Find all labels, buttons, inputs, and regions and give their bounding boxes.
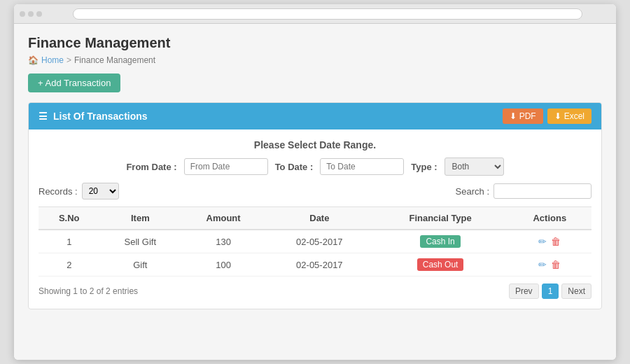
page-1-button[interactable]: 1	[542, 284, 559, 299]
browser-window: Finance Management 🏠 Home > Finance Mana…	[14, 4, 616, 360]
edit-icon[interactable]: ✏	[538, 236, 547, 247]
page-title: Finance Management	[28, 35, 602, 51]
col-sno: S.No	[38, 207, 100, 230]
excel-label: Excel	[564, 111, 584, 121]
pdf-label: PDF	[519, 111, 536, 121]
type-select[interactable]: Both Cash In Cash Out	[444, 158, 504, 176]
breadcrumb-separator: >	[66, 55, 71, 65]
cell-amount: 100	[181, 253, 266, 276]
pagination: Prev 1 Next	[509, 284, 592, 299]
records-label: Records :	[38, 186, 78, 197]
cell-sno: 1	[38, 230, 100, 253]
table-row: 2 Gift 100 02-05-2017 Cash Out ✏ 🗑	[38, 253, 592, 276]
breadcrumb-current: Finance Management	[74, 55, 155, 65]
edit-icon[interactable]: ✏	[538, 259, 547, 270]
col-financial-type: Financial Type	[373, 207, 508, 230]
card-header-left: ☰ List Of Transactions	[38, 111, 148, 122]
search-input[interactable]	[493, 183, 592, 199]
transactions-table: S.No Item Amount Date Financial Type Act…	[38, 206, 592, 276]
cell-item: Gift	[100, 253, 181, 276]
card-header: ☰ List Of Transactions ⬇ PDF ⬇ Excel	[29, 103, 601, 130]
next-button[interactable]: Next	[561, 284, 592, 299]
cell-date: 02-05-2017	[266, 230, 373, 253]
address-bar[interactable]	[73, 8, 582, 20]
col-item: Item	[100, 207, 181, 230]
cell-actions: ✏ 🗑	[508, 253, 592, 276]
breadcrumb: 🏠 Home > Finance Management	[28, 55, 602, 65]
cell-sno: 2	[38, 253, 100, 276]
header-buttons: ⬇ PDF ⬇ Excel	[503, 108, 592, 124]
table-header-row: S.No Item Amount Date Financial Type Act…	[38, 207, 592, 230]
table-footer: Showing 1 to 2 of 2 entries Prev 1 Next	[38, 284, 592, 299]
date-range-title: Please Select Date Range.	[38, 139, 592, 150]
to-date-label: To Date :	[275, 162, 314, 172]
to-date-input[interactable]	[320, 158, 404, 175]
col-amount: Amount	[181, 207, 266, 230]
table-row: 1 Sell Gift 130 02-05-2017 Cash In ✏ 🗑	[38, 230, 592, 253]
col-date: Date	[266, 207, 373, 230]
table-head: S.No Item Amount Date Financial Type Act…	[38, 207, 592, 230]
download-excel-icon: ⬇	[554, 111, 561, 121]
breadcrumb-home[interactable]: Home	[41, 55, 64, 65]
from-date-input[interactable]	[184, 158, 268, 175]
cell-financial-type: Cash Out	[373, 253, 508, 276]
controls-row: Records : 10 20 50 100 Search :	[38, 183, 592, 200]
list-icon: ☰	[38, 111, 48, 122]
pdf-button[interactable]: ⬇ PDF	[503, 108, 543, 124]
filter-row: From Date : To Date : Type : Both Cash I…	[38, 158, 592, 176]
transactions-card: ☰ List Of Transactions ⬇ PDF ⬇ Excel Ple…	[28, 102, 602, 309]
showing-entries: Showing 1 to 2 of 2 entries	[38, 286, 138, 296]
from-date-label: From Date :	[126, 162, 176, 172]
type-label: Type :	[411, 162, 437, 172]
search-label: Search :	[456, 186, 489, 197]
prev-button[interactable]: Prev	[509, 284, 539, 299]
records-wrap: Records : 10 20 50 100	[38, 183, 119, 200]
search-wrap: Search :	[456, 183, 592, 199]
cell-amount: 130	[181, 230, 266, 253]
download-pdf-icon: ⬇	[510, 111, 517, 121]
records-select[interactable]: 10 20 50 100	[82, 183, 119, 200]
table-body: 1 Sell Gift 130 02-05-2017 Cash In ✏ 🗑 2…	[38, 230, 592, 276]
browser-dot-1	[20, 11, 25, 17]
browser-dot-3	[36, 11, 42, 17]
col-actions: Actions	[508, 207, 592, 230]
add-transaction-button[interactable]: + Add Transaction	[28, 74, 120, 92]
cell-actions: ✏ 🗑	[508, 230, 592, 253]
browser-dot-2	[28, 11, 34, 17]
financial-type-badge: Cash In	[420, 235, 460, 248]
cell-date: 02-05-2017	[266, 253, 373, 276]
cell-financial-type: Cash In	[373, 230, 508, 253]
card-body: Please Select Date Range. From Date : To…	[29, 130, 601, 309]
page-content: Finance Management 🏠 Home > Finance Mana…	[14, 24, 616, 360]
cell-item: Sell Gift	[100, 230, 181, 253]
card-header-title: List Of Transactions	[53, 111, 148, 122]
delete-icon[interactable]: 🗑	[551, 259, 561, 270]
excel-button[interactable]: ⬇ Excel	[547, 108, 592, 124]
home-icon: 🏠	[28, 55, 38, 65]
financial-type-badge: Cash Out	[417, 258, 464, 271]
browser-chrome	[14, 4, 616, 24]
delete-icon[interactable]: 🗑	[551, 236, 561, 247]
